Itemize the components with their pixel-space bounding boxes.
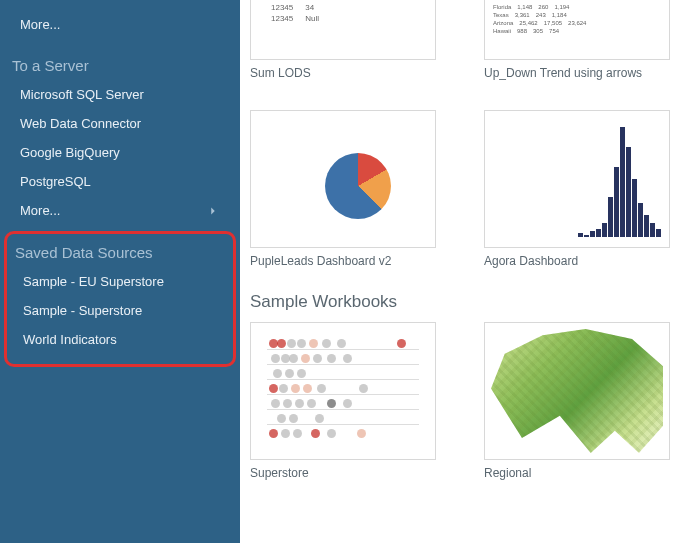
workbook-thumb: [484, 322, 670, 460]
workbook-thumb: Florida1,1482601,194 Texas3,3612431,184 …: [484, 0, 670, 60]
sidebar-item-bigquery[interactable]: Google BigQuery: [0, 138, 240, 167]
sidebar-heading-saved: Saved Data Sources: [7, 234, 233, 267]
workbook-row-3: Superstore Regional: [250, 322, 683, 480]
workbook-card-pupleleads[interactable]: PupleLeads Dashboard v2: [250, 110, 436, 268]
section-heading-sample-workbooks: Sample Workbooks: [250, 286, 683, 322]
workbook-caption: PupleLeads Dashboard v2: [250, 248, 436, 268]
sidebar: More... To a Server Microsoft SQL Server…: [0, 0, 240, 543]
chevron-right-icon: [206, 204, 220, 218]
sidebar-item-more-top[interactable]: More...: [0, 10, 240, 39]
sidebar-item-mssql[interactable]: Microsoft SQL Server: [0, 80, 240, 109]
sidebar-item-web-data-connector[interactable]: Web Data Connector: [0, 109, 240, 138]
table-preview: 1234534 12345Null: [251, 0, 349, 27]
sidebar-item-postgresql[interactable]: PostgreSQL: [0, 167, 240, 196]
workbook-thumb: 1234534 12345Null: [250, 0, 436, 60]
pie-chart-icon: [325, 153, 391, 219]
dotplot-icon: [267, 337, 419, 445]
workbook-card-agora[interactable]: Agora Dashboard: [484, 110, 670, 268]
workbook-row-1: 1234534 12345Null Sum LODS Florida1,1482…: [250, 0, 683, 80]
workbook-card-superstore[interactable]: Superstore: [250, 322, 436, 480]
workbook-card-updown[interactable]: Florida1,1482601,194 Texas3,3612431,184 …: [484, 0, 670, 80]
workbook-caption: Regional: [484, 460, 670, 480]
sidebar-heading-server: To a Server: [0, 39, 240, 80]
workbook-card-regional[interactable]: Regional: [484, 322, 670, 480]
sidebar-item-sample-eu-superstore[interactable]: Sample - EU Superstore: [7, 267, 233, 296]
saved-data-sources-highlight: Saved Data Sources Sample - EU Superstor…: [4, 231, 236, 367]
workbook-caption: Up_Down Trend using arrows: [484, 60, 670, 80]
workbook-row-2: PupleLeads Dashboard v2 Agora Dashboard: [250, 110, 683, 268]
content-area: 1234534 12345Null Sum LODS Florida1,1482…: [240, 0, 683, 543]
workbook-caption: Agora Dashboard: [484, 248, 670, 268]
workbook-thumb: [250, 110, 436, 248]
sidebar-item-world-indicators[interactable]: World Indicators: [7, 325, 233, 354]
sidebar-item-server-more[interactable]: More...: [0, 196, 240, 225]
workbook-card-sumlods[interactable]: 1234534 12345Null Sum LODS: [250, 0, 436, 80]
sidebar-more-label: More...: [20, 203, 60, 218]
sidebar-item-sample-superstore[interactable]: Sample - Superstore: [7, 296, 233, 325]
workbook-caption: Sum LODS: [250, 60, 436, 80]
workbook-thumb: [250, 322, 436, 460]
histogram-icon: [578, 127, 661, 237]
map-icon: [491, 329, 663, 453]
workbook-thumb: [484, 110, 670, 248]
workbook-caption: Superstore: [250, 460, 436, 480]
